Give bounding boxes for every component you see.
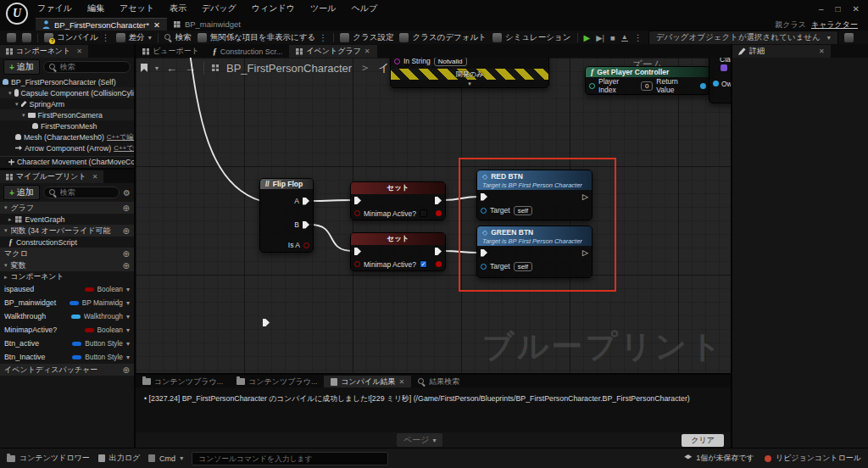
eject-button[interactable]: ▲ bbox=[621, 34, 628, 42]
filter-gear-icon[interactable]: ⚙ bbox=[123, 188, 131, 198]
my-blueprint-search-input[interactable] bbox=[60, 188, 114, 197]
section-graphs[interactable]: ▾ グラフ ⊕ bbox=[0, 202, 134, 214]
group-components[interactable]: ▸ コンポーネント bbox=[0, 271, 134, 282]
class-defaults-button[interactable]: クラスのデフォルト bbox=[399, 32, 487, 43]
boolean-out-pin-icon[interactable] bbox=[436, 210, 442, 216]
add-component-button[interactable]: + 追加 bbox=[3, 59, 40, 75]
in-string-value[interactable]: Notvalid bbox=[434, 58, 467, 66]
tab-compile-results[interactable]: コンパイル結果 ✕ bbox=[324, 376, 411, 387]
object-pin-icon[interactable] bbox=[481, 264, 487, 270]
row-constructionscript[interactable]: ƒ ConstructionScript bbox=[0, 237, 134, 248]
tab-my-blueprint[interactable]: マイブループリント ✕ bbox=[0, 170, 103, 183]
compile-button[interactable]: コンパイル ⋮ bbox=[44, 32, 110, 43]
tab-construction-script[interactable]: ƒ Construction Scr... bbox=[206, 45, 290, 58]
menu-file[interactable]: ファイル bbox=[37, 3, 72, 14]
console-command-input[interactable] bbox=[198, 454, 381, 463]
find-button[interactable]: 検索 bbox=[164, 32, 192, 43]
step-button[interactable]: ▶| bbox=[596, 33, 604, 42]
nav-back-button[interactable]: ← bbox=[166, 62, 177, 75]
diff-button[interactable]: 差分 ▾ bbox=[116, 32, 152, 43]
boolean-out-pin-icon[interactable] bbox=[436, 261, 442, 267]
component-row-self[interactable]: BP_FirstPersonCharacter (Self) bbox=[0, 76, 134, 87]
menu-debug[interactable]: デバッグ bbox=[202, 3, 236, 14]
exec-in-pin[interactable] bbox=[354, 248, 361, 255]
chevron-down-icon[interactable]: ▾ bbox=[126, 340, 130, 348]
close-button[interactable]: ✕ bbox=[853, 4, 860, 14]
component-row-camera[interactable]: ▾ FirstPersonCamera bbox=[0, 109, 134, 120]
tab-viewport[interactable]: ビューポート bbox=[136, 45, 206, 58]
add-variable-icon[interactable]: ⊕ bbox=[123, 261, 130, 270]
create-widget-node-partial[interactable]: Class Ownin bbox=[709, 58, 731, 103]
add-graph-icon[interactable]: ⊕ bbox=[123, 203, 130, 213]
int-pin-icon[interactable] bbox=[589, 83, 595, 89]
tab-find-results[interactable]: 結果検索 bbox=[411, 376, 466, 387]
collapse-arrow-icon[interactable]: ▸ bbox=[8, 216, 12, 223]
exec-out-pin[interactable]: ▷ bbox=[582, 193, 588, 201]
component-row-arrow[interactable]: Arrow Component (Arrow) C++で編集 bbox=[0, 142, 134, 153]
boolean-checkbox-checked[interactable]: ✓ bbox=[420, 260, 427, 268]
cmd-dropdown[interactable]: Cmd ▾ bbox=[148, 454, 183, 463]
tab-components[interactable]: コンポーネント ✕ bbox=[0, 45, 88, 58]
boolean-pin-icon[interactable] bbox=[354, 210, 360, 216]
simulate-button[interactable]: シミュレーション bbox=[492, 32, 571, 43]
boolean-pin-icon[interactable] bbox=[354, 261, 360, 267]
collapse-arrow-icon[interactable]: ▾ bbox=[15, 101, 19, 108]
tab-content-browser-1[interactable]: コンテンツブラウ... bbox=[136, 376, 230, 387]
collapse-arrow-icon[interactable]: ▸ bbox=[4, 274, 8, 281]
add-function-icon[interactable]: ⊕ bbox=[123, 226, 130, 236]
output-log-button[interactable]: 出力ログ bbox=[98, 453, 140, 464]
save-icon[interactable] bbox=[7, 33, 16, 42]
tab-close-icon[interactable]: ✕ bbox=[819, 47, 825, 55]
exec-out-pin[interactable] bbox=[435, 197, 442, 204]
play-button[interactable]: ▶ bbox=[584, 33, 591, 42]
exec-out-pin[interactable] bbox=[303, 221, 309, 229]
bookmark-icon[interactable] bbox=[141, 64, 147, 72]
components-search[interactable] bbox=[43, 61, 131, 73]
boolean-checkbox[interactable] bbox=[420, 209, 427, 217]
content-drawer-button[interactable]: コンテンツドロワー bbox=[7, 453, 90, 464]
component-row-springarm[interactable]: ▾ SpringArm bbox=[0, 98, 134, 109]
exec-in-pin[interactable] bbox=[481, 193, 487, 201]
target-value[interactable]: self bbox=[514, 206, 532, 215]
collapse-arrow-icon[interactable]: ▾ bbox=[4, 262, 8, 269]
unsaved-button[interactable]: 1個が未保存です bbox=[684, 453, 754, 464]
browse-debug-icon[interactable] bbox=[844, 33, 854, 42]
add-new-button[interactable]: + 追加 bbox=[3, 185, 40, 200]
edit-in-cpp-link[interactable]: C++で編集 bbox=[107, 132, 134, 142]
exec-in-pin[interactable] bbox=[263, 319, 270, 326]
set-minimap-active-node[interactable]: セット Minimap Active? ✓ bbox=[350, 232, 446, 271]
object-pin-icon[interactable] bbox=[481, 208, 487, 214]
clear-button[interactable]: クリア bbox=[682, 434, 724, 447]
set-minimap-active-node[interactable]: セット Minimap Active? bbox=[350, 181, 446, 220]
maximize-button[interactable]: □ bbox=[836, 4, 841, 14]
target-value[interactable]: self bbox=[514, 262, 532, 271]
tab-content-browser-2[interactable]: コンテンツブラウ... bbox=[230, 376, 324, 387]
exec-in-pin[interactable] bbox=[481, 249, 487, 257]
compile-log[interactable]: • [2327.24] BP_FirstPersonCharacter のコンパ… bbox=[136, 387, 731, 432]
components-search-input[interactable] bbox=[60, 63, 125, 71]
chevron-down-icon[interactable]: ▾ bbox=[126, 286, 130, 293]
collapse-arrow-icon[interactable]: ▾ bbox=[22, 112, 25, 119]
revision-control-button[interactable]: リビジョンコントロール bbox=[765, 453, 861, 464]
component-row-mesh-fp[interactable]: FirstPersonMesh bbox=[0, 120, 134, 131]
compile-options-icon[interactable]: ⋮ bbox=[102, 33, 110, 42]
variable-row[interactable]: Btn_Inactive Button Style ▾ bbox=[0, 350, 134, 364]
chevron-down-icon[interactable]: ▾ bbox=[126, 326, 130, 334]
green-btn-event-node[interactable]: ◇ GREEN BTN Target is BP First Person Ch… bbox=[476, 226, 593, 278]
chevron-down-icon[interactable]: ▾ bbox=[126, 313, 130, 320]
component-row-mesh[interactable]: Mesh (CharacterMesh0) C++で編集 bbox=[0, 131, 134, 142]
browse-asset-icon[interactable] bbox=[22, 33, 31, 42]
tab-event-graph[interactable]: イベントグラフ ✕ bbox=[289, 45, 376, 58]
debug-object-dropdown[interactable]: デバッグオブジェクトが選択されていません ▾ bbox=[648, 31, 838, 45]
stop-button[interactable]: ■ bbox=[610, 33, 615, 42]
section-event-dispatchers[interactable]: イベントディスパッチャー ⊕ bbox=[0, 364, 134, 376]
menu-asset[interactable]: アセット bbox=[120, 3, 154, 14]
class-settings-button[interactable]: クラス設定 bbox=[340, 32, 393, 43]
minimize-button[interactable]: – bbox=[819, 4, 824, 14]
object-pin-icon[interactable] bbox=[700, 83, 706, 89]
add-macro-icon[interactable]: ⊕ bbox=[123, 249, 130, 259]
chevron-down-icon[interactable]: ▾ bbox=[155, 64, 159, 72]
tab-bp-mainwidget[interactable]: BP_mainwidget bbox=[167, 18, 248, 31]
section-macros[interactable]: マクロ ⊕ bbox=[0, 248, 134, 259]
variable-row[interactable]: BP_mainwidget BP Mainwidg ▾ bbox=[0, 296, 134, 309]
